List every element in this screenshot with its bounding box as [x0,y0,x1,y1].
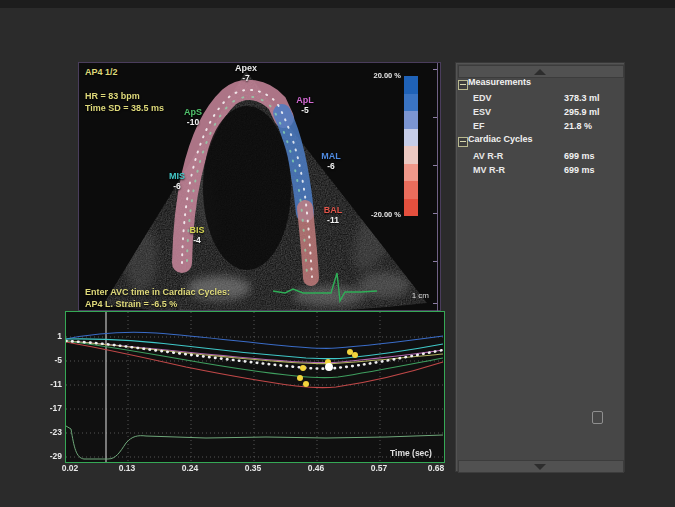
depth-ruler [437,63,438,312]
x-tick-label: 0.68 [416,463,456,473]
x-tick-label: 0.57 [359,463,399,473]
y-tick-label: -17 [34,403,62,413]
time-sd-label: Time SD = 38.5 ms [85,103,164,113]
global-peak-marker [325,363,333,371]
scroll-down-icon [534,464,546,470]
colorbar-segment [404,164,418,182]
section-title-cardiac-cycles: Cardiac Cycles [468,134,533,144]
view-label: AP4 1/2 [85,67,118,77]
colorbar-segment [404,111,418,129]
x-tick-label: 0.13 [107,463,147,473]
row-value-av-rr: 699 ms [564,151,595,161]
segment-label-mis: MIS -6 [159,171,195,191]
segment-label-apex: Apex -7 [224,63,268,83]
heart-rate-label: HR = 83 bpm [85,91,140,101]
x-tick-label: 0.24 [170,463,210,473]
row-label-edv: EDV [473,93,492,103]
row-label-mv-rr: MV R-R [473,165,505,175]
segment-label-apl: ApL -5 [287,95,323,115]
x-tick-label: 0.46 [296,463,336,473]
panel-corner-icon[interactable] [592,411,603,424]
colorbar-segment [404,181,418,199]
x-tick-label: 0.35 [233,463,273,473]
segment-label-bal: BAL -11 [313,205,353,225]
section-title-measurements: Measurements [468,77,531,87]
y-tick-label: -29 [34,451,62,461]
row-value-esv: 295.9 ml [564,107,600,117]
strain-result: AP4 L. Strain = -6.5 % [85,299,177,309]
colorbar-segment [404,129,418,147]
row-label-esv: ESV [473,107,491,117]
collapse-icon[interactable] [458,80,468,90]
row-value-mv-rr: 699 ms [564,165,595,175]
y-tick-label: -23 [34,427,62,437]
x-axis-title: Time (sec) [390,448,432,458]
lv-cavity [203,106,291,270]
depth-scale-label: 1 cm [385,291,429,300]
x-tick-label: 0.02 [50,463,90,473]
segment-label-bis: BIS -4 [179,225,215,245]
top-strip [0,0,675,8]
row-label-ef: EF [473,121,485,131]
colorbar-segment [404,199,418,217]
colorbar-segment [404,146,418,164]
strain-chart[interactable] [65,311,445,463]
segment-label-mal: MAL -6 [311,151,351,171]
scroll-down-button[interactable] [458,460,624,473]
scroll-up-icon [534,69,546,75]
y-tick-label: -5 [34,355,62,365]
strain-chart-svg [66,312,444,462]
segment-label-aps: ApS -10 [175,107,211,127]
colorbar-min-label: -20.00 % [353,210,401,219]
application-window: AP4 1/2 HR = 83 bpm Time SD = 38.5 ms En… [0,0,675,507]
colorbar-max-label: 20.00 % [353,71,401,80]
row-label-av-rr: AV R-R [473,151,503,161]
measurements-panel: Measurements EDV 378.3 ml ESV 295.9 ml E… [455,62,625,472]
chart-gridlines [66,312,444,462]
strain-colorbar [404,76,418,216]
row-value-edv: 378.3 ml [564,93,600,103]
avc-prompt: Enter AVC time in Cardiac Cycles: [85,287,230,297]
colorbar-segment [404,76,418,94]
row-value-ef: 21.8 % [564,121,592,131]
y-tick-label: 1 [34,331,62,341]
chart-ecg-trace [66,426,443,459]
y-tick-label: -11 [34,379,62,389]
ultrasound-image-panel[interactable]: AP4 1/2 HR = 83 bpm Time SD = 38.5 ms En… [78,62,441,311]
collapse-icon[interactable] [458,137,468,147]
colorbar-segment [404,94,418,112]
